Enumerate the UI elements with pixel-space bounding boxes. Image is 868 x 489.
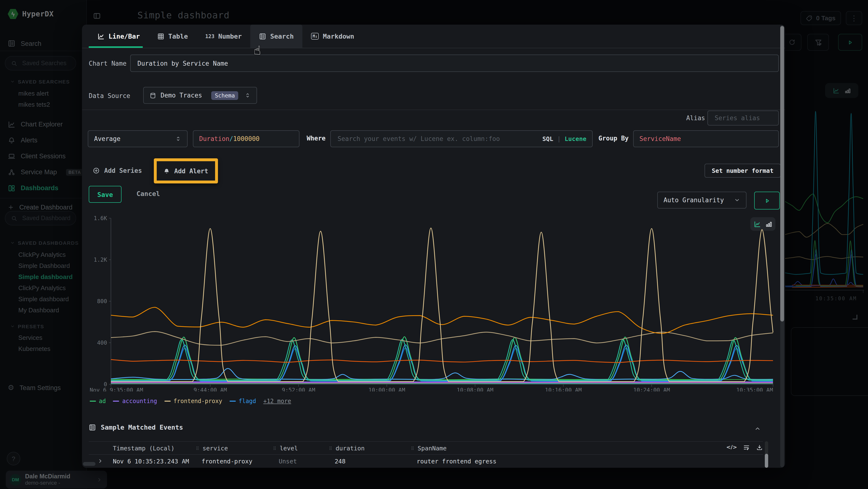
updown-chevrons-icon [245,92,251,98]
svg-text:10:24:00 AM: 10:24:00 AM [633,387,670,392]
wrap-text-icon[interactable] [743,444,750,451]
column-header-service[interactable]: service [191,444,268,452]
drag-handle-icon[interactable] [328,445,333,451]
column-header-spanname[interactable]: SpanName [406,444,763,452]
data-source-select[interactable]: Demo Traces Schema [143,87,257,104]
lang-lucene-button[interactable]: Lucene [565,135,586,142]
chart-editor-modal: Line/BarTable123NumberSearchM↓Markdown C… [82,25,785,468]
legend-item-ad[interactable]: ad [90,398,106,405]
legend-swatch [90,401,96,402]
drag-handle-icon[interactable] [410,445,415,451]
legend-swatch [113,401,119,402]
series-frontend [111,332,773,345]
series-checkout [111,369,773,380]
list-icon [89,424,96,431]
granularity-value: Auto Granularity [663,197,724,204]
group-by-field[interactable]: ServiceName [633,130,779,147]
add-alert-button-highlighted[interactable]: Add Alert [154,158,218,183]
table-row[interactable]: Nov 6 10:35:23.243 AMfrontend-proxyUnset… [89,455,763,467]
svg-text:Nov 6 9:35:00 AM: Nov 6 9:35:00 AM [90,387,143,392]
svg-text:9:44:00 AM: 9:44:00 AM [194,387,227,392]
tab-table[interactable]: Table [149,25,196,48]
set-number-format-button[interactable]: Set number format [705,164,781,178]
expression-field[interactable]: Duration/1000000 [193,130,300,147]
legend-item-accounting[interactable]: accounting [113,398,157,405]
download-icon[interactable] [756,444,763,451]
column-header-duration[interactable]: duration [324,444,406,452]
bell-icon [164,168,170,174]
app-root: ϟ HyperDX Search SAVED SEARCHES mikes al… [0,0,868,489]
drag-handle-icon[interactable] [272,445,277,451]
data-source-label: Data Source [89,92,130,99]
modal-scrollbar[interactable] [780,25,784,467]
legend-item-flagd[interactable]: flagd [229,398,256,405]
expression-column: Duration [199,135,229,142]
chart-name-field[interactable] [130,55,779,72]
svg-text:0: 0 [104,381,107,387]
table-toolbar: </> [726,444,763,451]
code-icon[interactable]: </> [726,444,737,451]
table-scrollbar-thumb[interactable] [765,454,768,468]
section-divider [82,110,785,110]
schema-badge: Schema [212,91,238,100]
drag-handle-icon[interactable] [195,445,200,451]
data-source-value: Demo Traces [161,92,202,99]
123-icon: 123 [205,33,214,39]
table-header-row: Timestamp (Local)serviceleveldurationSpa… [89,441,763,455]
database-icon [150,92,156,99]
series-frontend-proxy [111,228,773,382]
aggregation-select[interactable]: Average [88,130,188,147]
chart-legend: adaccountingfrontend-proxyflagd+12 more [90,398,291,405]
alias-field[interactable] [707,111,779,125]
expression-value: 1000000 [233,135,260,142]
lang-sql-button[interactable]: SQL [542,135,553,142]
svg-text:10:16:00 AM: 10:16:00 AM [545,387,582,392]
aggregation-value: Average [94,135,121,142]
legend-swatch [164,401,170,402]
run-chart-button[interactable] [754,192,780,209]
svg-text:10:35:00 AM: 10:35:00 AM [736,387,773,392]
plus-circle-icon [93,167,100,174]
chart-icon [97,33,105,40]
chart-name-label: Chart Name [89,60,127,67]
modal-scrollbar-thumb[interactable] [780,26,784,321]
where-input[interactable] [337,135,542,143]
legend-more-button[interactable]: +12 more [263,398,291,405]
granularity-select[interactable]: Auto Granularity [657,192,746,208]
svg-text:9:52:00 AM: 9:52:00 AM [282,387,315,392]
chart-name-input[interactable] [136,59,773,67]
expression-operator: / [229,135,233,142]
column-header-timestamp-local-[interactable]: Timestamp (Local) [106,444,191,452]
where-label: Where [307,135,326,142]
tab-markdown[interactable]: M↓Markdown [302,25,363,48]
table-icon [157,33,164,40]
active-tab-underline [89,46,143,48]
cancel-button[interactable]: Cancel [136,190,160,197]
table-hscrollbar-thumb[interactable] [83,462,95,466]
series-ad [111,337,773,380]
query-language-switch: SQL | Lucene [542,135,586,142]
svg-text:1.6K: 1.6K [94,215,107,221]
svg-text:400: 400 [97,340,107,346]
column-header-level[interactable]: level [268,444,324,452]
sample-events-header: Sample Matched Events [89,423,183,431]
alias-input[interactable] [714,114,773,122]
series-load-generator [111,307,773,333]
table-scrollbar[interactable] [765,441,768,468]
chevron-down-icon [734,197,740,203]
mouse-cursor: ☝ [254,44,261,57]
svg-text:1.2K: 1.2K [94,257,107,263]
legend-swatch [229,401,236,402]
collapse-section-button[interactable] [754,425,761,432]
markdown-icon: M↓ [311,33,319,39]
save-button[interactable]: Save [89,186,122,203]
where-field[interactable]: SQL | Lucene [330,130,593,147]
legend-item-frontend-proxy[interactable]: frontend-proxy [164,398,222,405]
add-series-button[interactable]: Add Series [93,167,142,174]
duration-by-service-chart[interactable]: 04008001.2K1.6KNov 6 9:35:00 AM9:44:00 A… [82,212,780,392]
group-by-value: ServiceName [640,135,681,142]
svg-text:10:08:00 AM: 10:08:00 AM [457,387,493,392]
table-row[interactable]: Nov 6 10:35:23.243 AMfrontend-proxyUnset… [89,467,763,468]
tab-number[interactable]: 123Number [196,25,250,48]
tab-line-bar[interactable]: Line/Bar [89,25,149,48]
